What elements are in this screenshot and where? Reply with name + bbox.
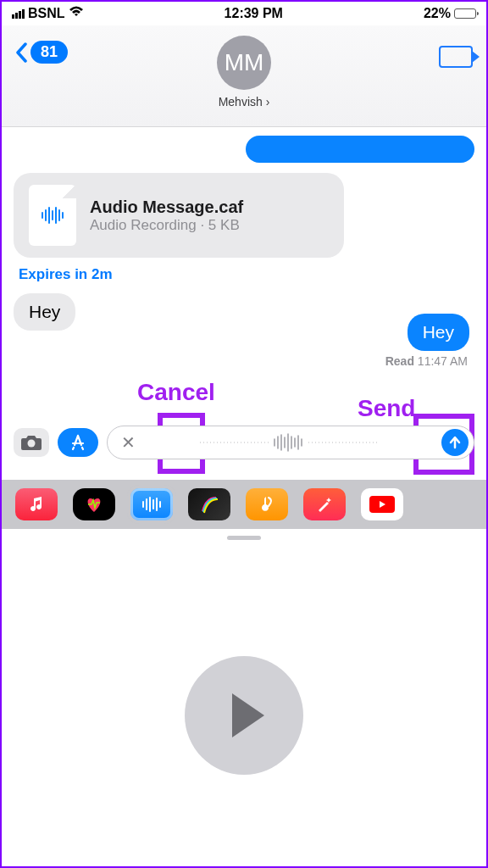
status-bar: BSNL 12:39 PM 22% bbox=[2, 2, 486, 25]
chat-area: Audio Message.caf Audio Recording · 5 KB… bbox=[2, 127, 486, 368]
app-icon-youtube[interactable] bbox=[361, 488, 403, 520]
expires-label: Expires in 2m bbox=[19, 266, 474, 283]
audio-panel bbox=[2, 529, 486, 866]
audio-attachment-bubble[interactable]: Audio Message.caf Audio Recording · 5 KB bbox=[14, 173, 344, 258]
waveform-preview bbox=[136, 432, 441, 453]
input-row: ✕ bbox=[2, 426, 486, 459]
received-bubble[interactable]: Hey bbox=[14, 293, 75, 331]
app-icon-draw[interactable] bbox=[188, 488, 230, 520]
message-input-pill[interactable]: ✕ bbox=[107, 426, 474, 459]
contact-info[interactable]: MM Mehvish › bbox=[217, 36, 271, 108]
back-button[interactable]: 81 bbox=[15, 41, 68, 64]
file-meta: Audio Recording · 5 KB bbox=[90, 217, 243, 234]
app-icon-garageband[interactable] bbox=[246, 488, 288, 520]
sent-bubble-partial[interactable] bbox=[246, 136, 474, 163]
contact-name: Mehvish › bbox=[217, 95, 271, 108]
wifi-icon bbox=[69, 6, 84, 21]
appstore-button[interactable] bbox=[58, 428, 98, 457]
cancel-recording-button[interactable]: ✕ bbox=[121, 432, 136, 453]
app-strip[interactable] bbox=[2, 480, 486, 529]
chevron-left-icon bbox=[15, 42, 27, 63]
camera-button[interactable] bbox=[14, 428, 49, 457]
video-call-button[interactable] bbox=[439, 46, 473, 68]
annotation-cancel: Cancel bbox=[137, 379, 215, 406]
app-icon-audio[interactable] bbox=[130, 488, 173, 520]
file-icon bbox=[29, 185, 76, 246]
status-left: BSNL bbox=[12, 6, 84, 21]
annotation-send: Send bbox=[358, 395, 415, 422]
battery-percent: 22% bbox=[424, 6, 451, 21]
appstore-icon bbox=[69, 433, 87, 452]
grabber-handle[interactable] bbox=[227, 536, 261, 540]
read-receipt: Read 11:47 AM bbox=[14, 351, 474, 368]
app-icon-fitness[interactable] bbox=[73, 488, 115, 520]
sent-bubble[interactable]: Hey bbox=[408, 314, 469, 351]
file-name: Audio Message.caf bbox=[90, 198, 243, 217]
battery-icon bbox=[454, 8, 476, 19]
app-icon-music[interactable] bbox=[15, 488, 58, 520]
play-button[interactable] bbox=[185, 656, 303, 775]
carrier-label: BSNL bbox=[28, 6, 65, 21]
avatar: MM bbox=[217, 36, 271, 90]
status-time: 12:39 PM bbox=[225, 6, 283, 21]
app-icon-effects[interactable] bbox=[303, 488, 346, 520]
camera-icon bbox=[20, 434, 42, 451]
send-button[interactable] bbox=[441, 429, 469, 456]
play-icon bbox=[232, 693, 264, 737]
status-right: 22% bbox=[424, 6, 476, 21]
back-count-badge: 81 bbox=[30, 41, 68, 64]
arrow-up-icon bbox=[447, 435, 463, 450]
chevron-right-icon: › bbox=[266, 95, 270, 108]
signal-icon bbox=[12, 9, 25, 19]
svg-point-7 bbox=[28, 440, 36, 448]
nav-header: 81 MM Mehvish › bbox=[2, 25, 486, 127]
waveform-icon bbox=[40, 206, 65, 225]
